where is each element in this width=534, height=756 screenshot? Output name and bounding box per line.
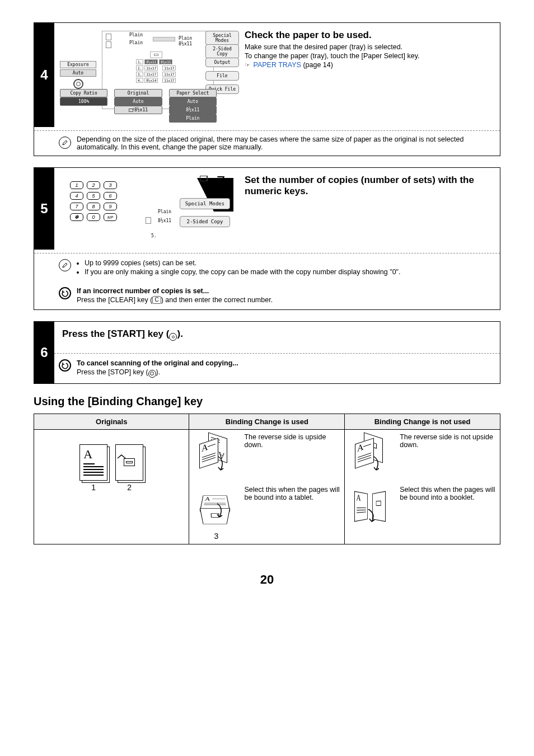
step-5-text: Set the number of copies (number of sets… <box>245 168 500 250</box>
notused-row2-text: Select this when the pages will be bound… <box>400 486 495 501</box>
step-6-tip: To cancel scanning of the original and c… <box>54 354 500 383</box>
panel-small-size: 8½x11 <box>179 41 192 46</box>
step-5-heading: Set the number of copies (number of sets… <box>245 175 492 197</box>
panel-ps-size: 8½x11 <box>169 106 217 114</box>
clear-key-icon: C <box>152 296 161 304</box>
step-6-number: 6 <box>40 345 48 360</box>
step-4-body-2: To change the paper (tray), touch the [P… <box>245 52 492 60</box>
step-5-tip-body: Press the [CLEAR] key (C) and then enter… <box>77 296 492 304</box>
panel-exposure-label: Exposure <box>60 61 96 68</box>
orig-num-1: 1 <box>79 483 107 492</box>
link-page-ref: (page 14) <box>301 61 333 69</box>
step-4-illustration: Exposure Auto Plain Plain Plai <box>54 23 245 127</box>
panel-ps-auto: Auto <box>169 97 217 106</box>
stop-key-icon <box>148 370 156 378</box>
pencil-note-icon <box>59 137 71 149</box>
keypad-3: 3 <box>104 181 117 189</box>
diagram-notused-booklet: A <box>349 486 394 530</box>
step-4-body-1: Make sure that the desired paper (tray) … <box>245 43 492 51</box>
page-number: 20 <box>34 572 500 587</box>
start-key-icon <box>169 333 177 341</box>
step-6-block: 6 Press the [START] key (). To cancel sc… <box>34 321 500 384</box>
keypad-2: 2 <box>87 181 100 189</box>
cell-used: A A <box>189 429 345 544</box>
original-page-1: A 1 <box>79 444 107 492</box>
panel-output: Output <box>205 58 239 67</box>
step-4-note-text: Depending on the size of the placed orig… <box>77 135 492 151</box>
step-4-number: 4 <box>40 67 48 83</box>
panel-copy-ratio-val: 100% <box>60 97 107 106</box>
panel-auto-label: Auto <box>60 69 96 77</box>
step-5-illustration: 1 2 3 4 5 6 7 8 <box>54 168 245 250</box>
undo-tip-icon <box>59 359 71 372</box>
tray-row-2: 2. 11x17 11x17 <box>136 65 176 71</box>
lcd-fragment: 7 Special Modes 2-Sided Copy Plain 8½x11… <box>135 172 233 240</box>
orig-num-2: 2 <box>115 483 143 492</box>
copies-display: 7 <box>216 173 228 191</box>
panel-small-plain: Plain <box>179 36 192 41</box>
panel-original-auto: Auto <box>114 97 162 106</box>
panel-original-lbl: Original <box>114 89 162 97</box>
keypad-7: 7 <box>70 203 83 210</box>
used-row2-num: 3 <box>194 532 238 541</box>
pencil-note-icon <box>59 259 71 271</box>
panel-file: File <box>205 71 239 81</box>
panel-ps-plain: Plain <box>169 114 217 123</box>
lcd-size: 8½x11 <box>158 218 171 223</box>
keypad-9: 9 <box>104 203 117 210</box>
numeric-keypad: 1 2 3 4 5 6 7 8 <box>70 181 117 224</box>
orig-icon <box>106 34 111 40</box>
keypad-6: 6 <box>104 192 117 200</box>
panel-copy-ratio-lbl: Copy Ratio <box>60 89 107 97</box>
step-4-heading: Check the paper to be used. <box>245 30 492 41</box>
cell-originals: A 1 <box>34 429 189 544</box>
keypad-5: 5 <box>87 192 100 200</box>
step-6-tip-body: Press the [STOP] key (). <box>77 368 492 378</box>
th-notused: Binding Change is not used <box>345 414 500 429</box>
step-number-col: 6 <box>34 322 54 383</box>
step-5-note-li2: If you are only making a single copy, th… <box>85 268 492 276</box>
pointer-icon: ☞ <box>245 62 250 68</box>
step-4-text: Check the paper to be used. Make sure th… <box>245 23 500 127</box>
keypad-4: 4 <box>70 192 83 200</box>
used-row2-text: Select this when the pages will be bound… <box>244 486 340 501</box>
tray-row-3: 3. 11x17 11x17 <box>136 72 176 77</box>
page-orientation-icon <box>129 109 133 112</box>
diagram-used-upside: A A <box>194 433 238 478</box>
step-5-tip-head: If an incorrect number of copies is set.… <box>77 287 492 295</box>
paper-trays-link[interactable]: PAPER TRAYS <box>253 61 301 69</box>
cell-notused: A The reverse side is not upside down. <box>345 429 500 544</box>
diagram-notused-upside: A <box>349 433 394 478</box>
th-used: Binding Change is used <box>189 414 345 429</box>
step-number-col: 5 <box>34 168 54 250</box>
lcd-plain: Plain <box>158 209 171 214</box>
step-6-heading: Press the [START] key (). <box>62 328 492 341</box>
panel-original-size: 8½x11 <box>134 107 148 112</box>
keypad-1: 1 <box>70 181 83 189</box>
diagram-used-tablet: A <box>194 486 238 541</box>
exposure-dial-icon <box>73 79 83 89</box>
undo-tip-icon <box>59 287 71 299</box>
original-page-2: 2 <box>115 444 143 492</box>
keypad-star: ✽ <box>70 213 83 221</box>
lcd-special-modes: Special Modes <box>180 198 230 209</box>
keypad-hash: #/P <box>104 213 117 221</box>
panel-2sided: 2-Sided Copy <box>205 44 239 59</box>
orig-icon-small <box>146 217 151 224</box>
lcd-2sided: 2-Sided Copy <box>180 216 230 227</box>
step-5-number: 5 <box>40 201 48 217</box>
step-5-note-li1: Up to 9999 copies (sets) can be set. <box>85 259 492 267</box>
panel-ps-lbl: Paper Select <box>169 89 217 97</box>
step-5-block: 5 1 2 3 4 5 <box>34 167 500 310</box>
tray-row-4: 4. 8½x14 11x17 <box>136 78 176 83</box>
binding-section-title: Using the [Binding Change] key <box>34 395 500 408</box>
step-5-note: Up to 9999 copies (sets) can be set. If … <box>54 253 500 281</box>
tray-row-1: 1. 8½x11 8½x11 <box>136 59 176 64</box>
used-row1-text: The reverse side is upside down. <box>244 433 340 449</box>
arrow-icon <box>153 37 175 41</box>
panel-special-modes: Special Modes <box>205 31 239 45</box>
step-5-tip: If an incorrect number of copies is set.… <box>54 281 500 309</box>
step-4-block: 4 Exposure Auto Plain <box>34 22 500 156</box>
keypad-0: 0 <box>87 213 100 221</box>
copies-icon <box>200 176 208 181</box>
